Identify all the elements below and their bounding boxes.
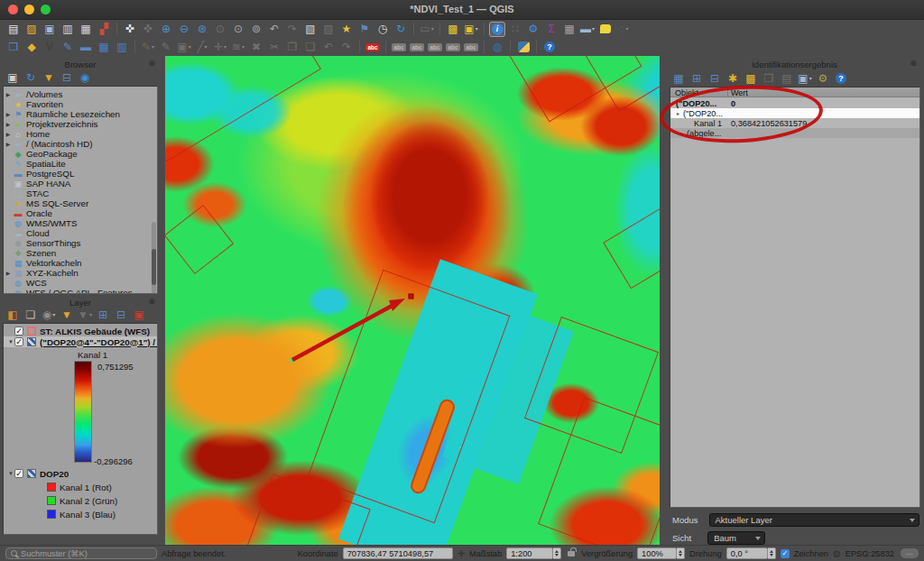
crs-indicator[interactable]: EPSG:25832: [845, 549, 894, 558]
style-manager-icon[interactable]: ▞: [96, 22, 112, 37]
browser-close-icon[interactable]: ⊗: [148, 59, 155, 68]
layer-checkbox[interactable]: ✓: [14, 326, 23, 336]
label-toolbar-icon[interactable]: abc: [365, 40, 381, 55]
deselect-features-icon[interactable]: ▩: [445, 22, 461, 37]
browser-item-sap-hana[interactable]: ▣SAP HANA: [4, 179, 157, 189]
zoom-last-icon[interactable]: ↶: [266, 22, 282, 37]
browser-item-sensorthings[interactable]: ⊗SensorThings: [4, 238, 157, 248]
new-shapefile-icon[interactable]: V: [42, 40, 58, 55]
measure-icon[interactable]: ▬▾: [579, 22, 596, 37]
browser-item-wfs[interactable]: ◍WFS / OGC API - Features: [4, 288, 157, 294]
collapse-icon[interactable]: ▼: [7, 471, 14, 476]
vertex-tool-icon[interactable]: ✛▾: [212, 40, 228, 55]
map-tips-icon[interactable]: [597, 22, 614, 37]
help-icon[interactable]: ?: [541, 40, 558, 55]
extents-icon[interactable]: ✛: [457, 548, 465, 558]
browser-item-geopackage[interactable]: ◆GeoPackage: [4, 149, 157, 159]
attribute-table-icon[interactable]: ▦: [561, 22, 578, 37]
zoom-out-icon[interactable]: ⊖: [176, 22, 192, 37]
help-icon[interactable]: ?: [834, 71, 848, 85]
new-map-view-icon[interactable]: ▧: [302, 22, 319, 37]
browser-item-oracle[interactable]: ▬Oracle: [4, 208, 157, 218]
zoom-to-selection-icon[interactable]: ⊙: [212, 22, 228, 37]
current-edits-icon[interactable]: ✎▾: [140, 40, 156, 55]
collapse-icon[interactable]: ▼: [7, 339, 14, 345]
redo-icon[interactable]: ↷: [338, 40, 355, 55]
filter-browser-icon[interactable]: ▼: [42, 70, 56, 84]
collapse-tree-icon[interactable]: ⊟: [707, 71, 722, 85]
data-source-manager-icon[interactable]: ❒: [5, 40, 22, 55]
render-checkbox[interactable]: ✓: [781, 549, 790, 558]
layout-manager-icon[interactable]: ▦: [78, 22, 94, 37]
layer-checkbox[interactable]: ✓: [14, 469, 23, 478]
expander-icon[interactable]: ▶: [4, 270, 13, 276]
browser-item-macintosh-hd[interactable]: ▶▰/ (Macintosh HD): [4, 139, 157, 149]
expander-icon[interactable]: ▶: [4, 121, 13, 127]
python-console-icon[interactable]: [515, 40, 531, 55]
new-geopackage-icon[interactable]: ◆: [23, 40, 40, 55]
cut-features-icon[interactable]: ✂: [266, 40, 282, 55]
add-selected-layers-icon[interactable]: ▣: [5, 70, 20, 84]
layer-item-dop-calc[interactable]: ▼ ✓ ("DOP20@4"-"DOP20@1") / ("DOP: [4, 336, 158, 347]
add-line-feature-icon[interactable]: ╱▾: [194, 40, 210, 55]
browser-item-projektverzeichnis[interactable]: ▶▰Projektverzeichnis: [4, 119, 157, 129]
browser-item-wcs[interactable]: ◍WCS: [4, 278, 157, 288]
locator-search[interactable]: [5, 547, 157, 559]
highlight-labels-icon[interactable]: abc: [445, 40, 461, 55]
pan-map-icon[interactable]: ✜: [122, 22, 138, 37]
layer-panel-close-icon[interactable]: ⊗: [148, 297, 155, 306]
expander-icon[interactable]: ▶: [4, 91, 13, 97]
copy-features-icon[interactable]: ❐: [284, 40, 300, 55]
undo-icon[interactable]: ↶: [320, 40, 337, 55]
select-features-icon[interactable]: ▭▾: [419, 22, 435, 37]
browser-item-volumes[interactable]: ▶▰/Volumes: [4, 89, 157, 99]
move-label-icon[interactable]: abc: [463, 40, 479, 55]
expander-icon[interactable]: ▶: [4, 111, 13, 117]
map-canvas[interactable]: [165, 56, 660, 545]
band-item[interactable]: Kanal 3 (Blau): [4, 509, 158, 520]
scale-value[interactable]: 1:200: [506, 547, 553, 559]
browser-item-favoriten[interactable]: ★Favoriten: [4, 99, 157, 109]
filter-legend-icon[interactable]: ▼: [60, 308, 74, 321]
project-new-icon[interactable]: ▤: [5, 22, 22, 37]
expander-icon[interactable]: ▶: [4, 141, 13, 147]
expand-tree-icon[interactable]: ⊞: [689, 71, 704, 85]
toggle-editing-icon[interactable]: ✎: [158, 40, 174, 55]
new-mesh-icon[interactable]: ▥: [114, 40, 130, 55]
manage-map-themes-icon[interactable]: ◉▾: [42, 308, 56, 321]
project-save-icon[interactable]: ▣: [42, 22, 58, 37]
layer-item-dop20[interactable]: ▼ ✓ DOP20: [4, 468, 158, 479]
new-print-layout-icon[interactable]: ▥: [60, 22, 76, 37]
layer-diagram-icon[interactable]: abc: [409, 40, 425, 55]
run-feature-action-icon[interactable]: ∷: [507, 22, 523, 37]
browser-item-vektorkacheln[interactable]: ▦Vektorkacheln: [4, 258, 157, 268]
new-postgis-icon[interactable]: ▬: [78, 40, 94, 55]
rotation-combo[interactable]: 0,0 °: [726, 547, 776, 559]
project-open-icon[interactable]: ▨: [23, 22, 40, 37]
browser-scrollbar[interactable]: [152, 222, 156, 294]
browser-item-raeumliche-lesezeichen[interactable]: ▶⚑Räumliche Lesezeichen: [4, 109, 157, 119]
spinner-icon[interactable]: [553, 547, 561, 559]
band-item[interactable]: Kanal 2 (Grün): [4, 495, 158, 506]
zoom-in-icon[interactable]: ⊕: [158, 22, 174, 37]
magnifier-value[interactable]: 100%: [637, 547, 677, 559]
print-response-icon[interactable]: ▤: [780, 71, 794, 85]
browser-item-stac[interactable]: ❏STAC: [4, 189, 157, 198]
search-input[interactable]: [21, 549, 138, 558]
filter-by-expression-icon[interactable]: ▼▾: [78, 308, 92, 321]
collapse-all-icon[interactable]: ⊟: [60, 70, 74, 84]
pin-labels-icon[interactable]: abc: [427, 40, 443, 55]
spinner-icon[interactable]: [768, 547, 776, 559]
refresh-map-icon[interactable]: ↻: [393, 22, 409, 37]
new-raster-icon[interactable]: ▦: [96, 40, 112, 55]
zoom-next-icon[interactable]: ↷: [284, 22, 300, 37]
zoom-to-layer-icon[interactable]: ⊙: [230, 22, 246, 37]
zoom-full-icon[interactable]: ⊛: [194, 22, 210, 37]
identify-close-icon[interactable]: ⊗: [910, 59, 917, 68]
expander-icon[interactable]: ▶: [4, 131, 13, 137]
delete-selected-icon[interactable]: ✖: [248, 40, 264, 55]
paste-features-icon[interactable]: ❏: [302, 40, 319, 55]
save-edits-icon[interactable]: ▣▾: [176, 40, 192, 55]
sicht-select[interactable]: Baum: [707, 531, 765, 545]
modus-select[interactable]: Aktueller Layer: [709, 513, 919, 527]
